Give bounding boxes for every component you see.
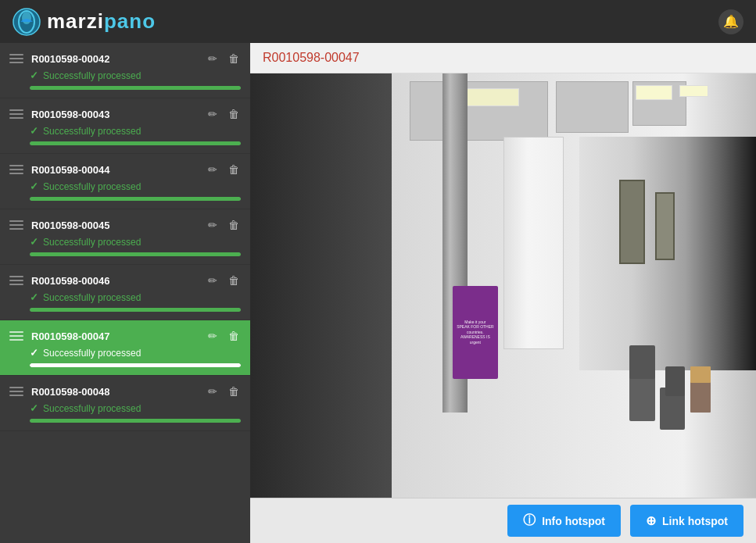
- link-hotspot-button[interactable]: ⊕ Link hotspot: [630, 505, 743, 537]
- chair-back-1: [629, 345, 654, 379]
- progress-bar-container: [30, 363, 241, 367]
- progress-bar-container: [30, 141, 241, 145]
- delete-button[interactable]: 🗑: [227, 273, 241, 288]
- edit-button[interactable]: ✏: [206, 106, 219, 122]
- sidebar-item-header: R0010598-00046 ✏ 🗑: [9, 273, 241, 288]
- delete-button[interactable]: 🗑: [227, 51, 241, 66]
- item-actions: ✏ 🗑: [206, 384, 241, 399]
- check-icon: ✓: [30, 402, 38, 414]
- sidebar-item-left: R0010598-00048: [9, 386, 109, 398]
- sidebar-item-R0010598-00042[interactable]: R0010598-00042 ✏ 🗑 ✓ Successfully proces…: [0, 43, 250, 98]
- progress-bar-container: [30, 308, 241, 312]
- check-icon: ✓: [30, 347, 38, 359]
- edit-button[interactable]: ✏: [206, 217, 219, 233]
- content-header: R0010598-00047: [250, 43, 756, 73]
- sidebar-item-left: R0010598-00044: [9, 164, 109, 176]
- sidebar-item-left: R0010598-00045: [9, 220, 109, 231]
- status-text: Successfully processed: [43, 348, 141, 359]
- drag-handle[interactable]: [9, 276, 23, 285]
- panorama-container[interactable]: Make it yourSPEAK FOR OTHERcountries.AWA…: [250, 73, 756, 498]
- side-table: [690, 379, 711, 413]
- sidebar-item-R0010598-00047[interactable]: R0010598-00047 ✏ 🗑 ✓ Successfully proces…: [0, 320, 250, 376]
- poster-text: Make it yourSPEAK FOR OTHERcountries.AWA…: [454, 317, 496, 348]
- edit-button[interactable]: ✏: [206, 273, 219, 288]
- status-text: Successfully processed: [43, 181, 141, 192]
- edit-button[interactable]: ✏: [206, 384, 219, 399]
- panorama-scene: Make it yourSPEAK FOR OTHERcountries.AWA…: [250, 73, 756, 498]
- sidebar-item-R0010598-00046[interactable]: R0010598-00046 ✏ 🗑 ✓ Successfully proces…: [0, 265, 250, 320]
- progress-bar-container: [30, 197, 241, 201]
- link-hotspot-label: Link hotspot: [662, 515, 728, 527]
- logo: marzipano: [13, 8, 156, 36]
- item-actions: ✏ 🗑: [206, 328, 241, 344]
- drag-handle[interactable]: [9, 220, 23, 230]
- drag-handle[interactable]: [9, 109, 23, 119]
- edit-button[interactable]: ✏: [206, 328, 219, 344]
- item-actions: ✏ 🗑: [206, 51, 241, 66]
- sidebar-item-R0010598-00044[interactable]: R0010598-00044 ✏ 🗑 ✓ Successfully proces…: [0, 154, 250, 209]
- sidebar-item-header: R0010598-00045 ✏ 🗑: [9, 217, 241, 233]
- sidebar-item-R0010598-00045[interactable]: R0010598-00045 ✏ 🗑 ✓ Successfully proces…: [0, 209, 250, 265]
- progress-bar-container: [30, 86, 241, 90]
- check-icon: ✓: [30, 180, 38, 192]
- progress-bar-container: [30, 419, 241, 423]
- ceiling-tile: [556, 81, 629, 134]
- pano-board: [503, 137, 564, 349]
- check-icon: ✓: [30, 236, 38, 248]
- delete-button[interactable]: 🗑: [227, 328, 241, 344]
- progress-bar: [30, 141, 241, 145]
- delete-button[interactable]: 🗑: [227, 384, 241, 399]
- sidebar: R0010598-00042 ✏ 🗑 ✓ Successfully proces…: [0, 43, 250, 543]
- status-row: ✓ Successfully processed: [30, 291, 241, 303]
- item-name: R0010598-00045: [31, 220, 109, 231]
- logo-marzi: marzi: [47, 9, 104, 33]
- sidebar-item-header: R0010598-00043 ✏ 🗑: [9, 106, 241, 122]
- delete-button[interactable]: 🗑: [227, 106, 241, 122]
- info-hotspot-button[interactable]: ⓘ Info hotspot: [507, 505, 621, 537]
- logo-icon: [13, 8, 41, 36]
- sidebar-item-left: R0010598-00043: [9, 109, 109, 120]
- sidebar-item-R0010598-00043[interactable]: R0010598-00043 ✏ 🗑 ✓ Successfully proces…: [0, 98, 250, 154]
- status-text: Successfully processed: [43, 403, 141, 414]
- item-actions: ✏ 🗑: [206, 106, 241, 122]
- item-name: R0010598-00047: [31, 330, 109, 342]
- progress-bar: [30, 197, 241, 201]
- pano-frame-1: [619, 180, 644, 265]
- progress-bar: [30, 308, 241, 312]
- status-row: ✓ Successfully processed: [30, 70, 241, 81]
- sidebar-item-R0010598-00048[interactable]: R0010598-00048 ✏ 🗑 ✓ Successfully proces…: [0, 376, 250, 431]
- content-area: R0010598-00047: [250, 43, 756, 543]
- logo-pano: pano: [104, 9, 156, 33]
- logo-text: marzipano: [47, 9, 156, 34]
- progress-bar-container: [30, 252, 241, 256]
- progress-bar: [30, 86, 241, 90]
- sidebar-item-left: R0010598-00042: [9, 53, 109, 65]
- drag-handle[interactable]: [9, 54, 23, 63]
- progress-bar: [30, 252, 241, 256]
- edit-button[interactable]: ✏: [206, 51, 219, 66]
- status-row: ✓ Successfully processed: [30, 347, 241, 359]
- status-row: ✓ Successfully processed: [30, 236, 241, 248]
- check-icon: ✓: [30, 125, 38, 137]
- sidebar-item-header: R0010598-00047 ✏ 🗑: [9, 328, 241, 344]
- light-fixture: [679, 85, 708, 97]
- light-fixture: [636, 85, 672, 100]
- table-item: [690, 366, 711, 384]
- drag-handle[interactable]: [9, 331, 23, 341]
- check-icon: ✓: [30, 291, 38, 303]
- drag-handle[interactable]: [9, 165, 23, 174]
- item-name: R0010598-00048: [31, 386, 109, 398]
- item-name: R0010598-00044: [31, 164, 109, 176]
- delete-button[interactable]: 🗑: [227, 162, 241, 177]
- chair-back-2: [665, 366, 686, 396]
- edit-button[interactable]: ✏: [206, 162, 219, 177]
- status-row: ✓ Successfully processed: [30, 180, 241, 192]
- app-header: marzipano 🔔: [0, 0, 756, 43]
- notification-icon[interactable]: 🔔: [718, 9, 743, 34]
- status-text: Successfully processed: [43, 237, 141, 248]
- progress-bar: [30, 419, 241, 423]
- item-name: R0010598-00046: [31, 275, 109, 287]
- svg-point-2: [22, 12, 31, 24]
- delete-button[interactable]: 🗑: [227, 217, 241, 233]
- drag-handle[interactable]: [9, 387, 23, 396]
